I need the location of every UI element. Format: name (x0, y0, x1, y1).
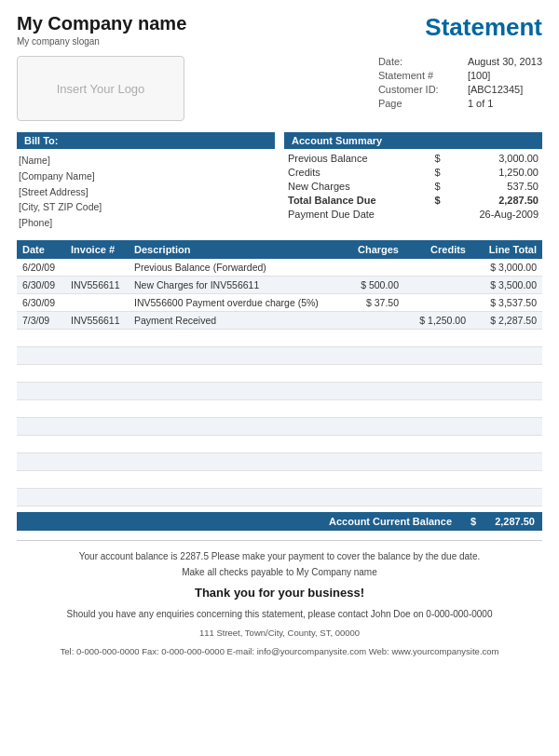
cell-description: Payment Received (129, 311, 337, 329)
summary-row: Credits $ 1,250.00 (284, 165, 542, 179)
col-date: Date (17, 240, 65, 259)
empty-cell (65, 452, 129, 470)
company-name: My Company name (17, 13, 186, 34)
summary-row-amount: 3,000.00 (444, 151, 542, 165)
empty-cell (404, 329, 471, 346)
bill-to-header: Bill To: (17, 132, 275, 149)
statement-title: Statement (425, 13, 542, 42)
bill-to-name: [Name] (19, 153, 275, 169)
bill-to-city: [City, ST ZIP Code] (19, 199, 275, 215)
empty-cell (129, 399, 337, 417)
empty-cell (17, 417, 65, 435)
balance-symbol: $ (470, 516, 476, 527)
col-description: Description (129, 240, 337, 259)
table-body: 6/20/09 Previous Balance (Forwarded) $ 3… (17, 259, 542, 506)
cell-credits (404, 293, 471, 311)
top-section: Insert Your Logo Date: August 30, 2013 S… (17, 56, 542, 121)
customer-row: Customer ID: [ABC12345] (378, 84, 542, 95)
summary-row-symbol: $ (425, 151, 444, 165)
footer-address: 111 Street, Town/City, County, ST, 00000 (17, 626, 542, 641)
date-label: Date: (378, 56, 462, 67)
account-summary-header: Account Summary (284, 132, 542, 149)
cell-date: 7/3/09 (17, 311, 65, 329)
cell-line-total: $ 3,500.00 (471, 276, 542, 293)
header: My Company name My company slogan Statem… (17, 13, 542, 47)
cell-line-total: $ 2,287.50 (471, 311, 542, 329)
empty-cell (404, 470, 471, 488)
empty-cell (337, 346, 404, 364)
cell-line-total: $ 3,000.00 (471, 259, 542, 277)
cell-description: New Charges for INV556611 (129, 276, 337, 293)
cell-credits: $ 1,250.00 (404, 311, 471, 329)
empty-row (17, 364, 542, 382)
summary-row-symbol: $ (425, 165, 444, 179)
cell-date: 6/30/09 (17, 276, 65, 293)
empty-cell (129, 417, 337, 435)
empty-cell (129, 435, 337, 452)
table-head: Date Invoice # Description Charges Credi… (17, 240, 542, 259)
empty-cell (17, 382, 65, 399)
col-credits: Credits (404, 240, 471, 259)
empty-cell (337, 399, 404, 417)
empty-row (17, 452, 542, 470)
empty-cell (65, 329, 129, 346)
cell-date: 6/20/09 (17, 259, 65, 277)
statement-label: Statement # (378, 70, 462, 81)
empty-cell (471, 346, 542, 364)
page-row: Page 1 of 1 (378, 98, 542, 109)
cell-description: Previous Balance (Forwarded) (129, 259, 337, 277)
bill-to-company: [Company Name] (19, 169, 275, 184)
summary-row-label: New Charges (284, 179, 425, 193)
empty-cell (337, 452, 404, 470)
empty-cell (65, 346, 129, 364)
empty-cell (17, 470, 65, 488)
cell-charges (337, 311, 404, 329)
empty-cell (404, 452, 471, 470)
company-slogan: My company slogan (17, 36, 186, 47)
empty-cell (337, 382, 404, 399)
empty-cell (337, 435, 404, 452)
empty-cell (129, 488, 337, 506)
summary-row-label: Credits (284, 165, 425, 179)
logo-placeholder: Insert Your Logo (57, 82, 145, 96)
empty-row (17, 417, 542, 435)
empty-cell (471, 435, 542, 452)
balance-row: Account Current Balance $ 2,287.50 (17, 512, 542, 531)
table-header-row: Date Invoice # Description Charges Credi… (17, 240, 542, 259)
empty-cell (471, 488, 542, 506)
summary-row: Total Balance Due $ 2,287.50 (284, 193, 542, 207)
empty-cell (129, 470, 337, 488)
summary-row-symbol: $ (425, 179, 444, 193)
empty-cell (17, 364, 65, 382)
empty-cell (404, 346, 471, 364)
empty-cell (471, 399, 542, 417)
footer-note3: Should you have any enquiries concerning… (17, 606, 542, 622)
footer-notes: Your account balance is 2287.5 Please ma… (17, 540, 542, 659)
empty-cell (471, 329, 542, 346)
cell-credits (404, 259, 471, 277)
page-label: Page (378, 98, 462, 109)
cell-invoice: INV556611 (65, 276, 129, 293)
date-info: Date: August 30, 2013 Statement # [100] … (378, 56, 542, 121)
empty-cell (337, 364, 404, 382)
cell-charges: $ 37.50 (337, 293, 404, 311)
logo-box: Insert Your Logo (17, 56, 184, 121)
empty-cell (129, 346, 337, 364)
empty-cell (17, 488, 65, 506)
summary-row: Previous Balance $ 3,000.00 (284, 151, 542, 165)
date-value: August 30, 2013 (468, 56, 542, 67)
statement-row: Statement # [100] (378, 70, 542, 81)
footer-contact: Tel: 0-000-000-0000 Fax: 0-000-000-0000 … (17, 644, 542, 659)
empty-cell (471, 417, 542, 435)
page-value: 1 of 1 (468, 98, 494, 109)
cell-invoice (65, 259, 129, 277)
bill-to: Bill To: [Name] [Company Name] [Street A… (17, 132, 275, 231)
cell-credits (404, 276, 471, 293)
empty-cell (65, 470, 129, 488)
account-summary: Account Summary Previous Balance $ 3,000… (284, 132, 542, 231)
customer-label: Customer ID: (378, 84, 462, 95)
footer-note1: Your account balance is 2287.5 Please ma… (17, 548, 542, 564)
cell-charges: $ 500.00 (337, 276, 404, 293)
empty-row (17, 329, 542, 346)
summary-row-amount: 26-Aug-2009 (444, 207, 542, 221)
